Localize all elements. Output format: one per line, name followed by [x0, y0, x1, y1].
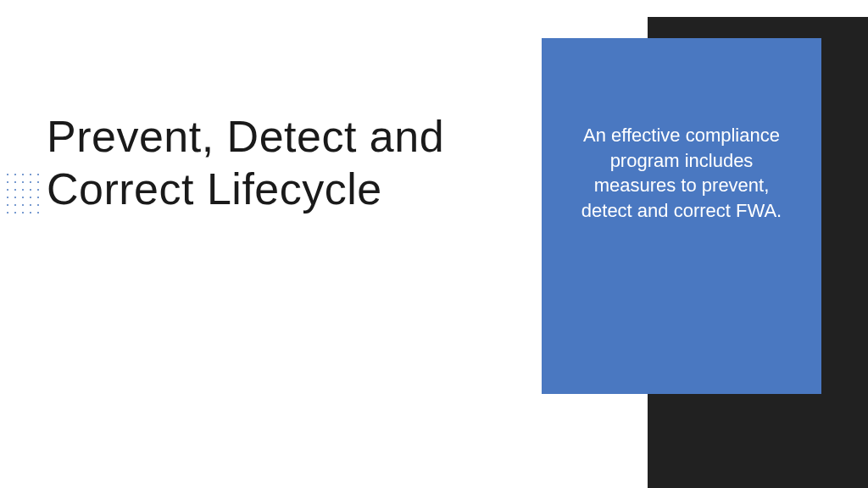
dot-pattern — [7, 174, 42, 217]
title-area: Prevent, Detect and Correct Lifecycle — [47, 110, 453, 216]
blue-panel: An effective compliance program includes… — [542, 38, 821, 394]
page-title: Prevent, Detect and Correct Lifecycle — [47, 110, 453, 216]
panel-text: An effective compliance program includes… — [567, 123, 796, 224]
